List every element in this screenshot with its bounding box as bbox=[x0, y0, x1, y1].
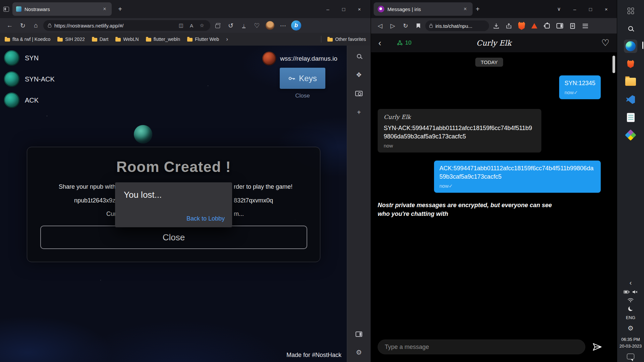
edge-app-button[interactable] bbox=[624, 40, 637, 53]
new-tab-button[interactable]: + bbox=[473, 5, 483, 13]
bookmarks-overflow-icon[interactable]: › bbox=[226, 36, 228, 43]
tab-messages-iris[interactable]: Messages | iris × bbox=[374, 2, 473, 16]
sidebar-screenshot-icon[interactable] bbox=[354, 88, 364, 99]
wifi-icon[interactable] bbox=[628, 298, 634, 302]
widgets-button[interactable] bbox=[624, 4, 637, 17]
vscode-app-button[interactable] bbox=[624, 93, 637, 106]
reading-list-icon[interactable] bbox=[567, 20, 578, 32]
edge-tab-bar: Nostrawars × + – □ × bbox=[0, 0, 371, 18]
message-status-check: ✓ bbox=[449, 183, 453, 189]
day-separator: TODAY bbox=[475, 58, 503, 67]
search-icon bbox=[628, 26, 633, 31]
share-icon[interactable] bbox=[503, 20, 515, 32]
bing-copilot-icon[interactable]: b bbox=[290, 20, 302, 31]
bookmark-item[interactable]: SIH 2022 bbox=[57, 37, 85, 42]
extensions-puzzle-icon[interactable] bbox=[541, 20, 553, 32]
key-icon bbox=[288, 76, 296, 81]
relay-peers-indicator[interactable]: 10 bbox=[397, 40, 412, 46]
close-window-button[interactable]: × bbox=[598, 2, 614, 16]
sidebar-search-icon[interactable] bbox=[354, 51, 364, 61]
search-button[interactable] bbox=[624, 22, 637, 35]
address-bar[interactable]: https://nostrawars.netlify.app/#/ ◫ A ☆ bbox=[43, 20, 210, 31]
refresh-button[interactable]: ↻ bbox=[400, 20, 411, 32]
refresh-button[interactable]: ↻ bbox=[17, 20, 29, 31]
hamburger-glyph bbox=[583, 24, 588, 28]
address-bar[interactable]: iris.to/chat/npu... bbox=[425, 20, 489, 31]
read-aloud-icon[interactable]: A bbox=[188, 23, 195, 28]
sidebar-panel-icon[interactable] bbox=[354, 329, 364, 339]
tab-nostrawars[interactable]: Nostrawars × bbox=[12, 2, 112, 16]
tab-close-icon[interactable]: × bbox=[462, 6, 469, 12]
forward-button[interactable]: ▷ bbox=[387, 20, 398, 32]
settings-more-icon[interactable]: ⋯ bbox=[277, 20, 289, 31]
minimize-button[interactable]: – bbox=[320, 2, 336, 16]
message-row: Curly Elk SYN-ACK:5994471abb01112afcc181… bbox=[378, 109, 601, 153]
bookmark-item[interactable]: flta & rwf | Koedco bbox=[5, 37, 50, 42]
share-glyph bbox=[506, 23, 512, 29]
notepad-app-button[interactable] bbox=[624, 111, 637, 124]
diamond-app-button[interactable] bbox=[624, 128, 637, 142]
collections-icon[interactable] bbox=[212, 20, 223, 31]
bookmark-icon[interactable] bbox=[413, 20, 424, 32]
active-app-indicator bbox=[642, 42, 643, 49]
sidebar-toggle-icon[interactable] bbox=[554, 20, 566, 32]
split-screen-icon[interactable]: ◫ bbox=[177, 22, 185, 28]
favorite-star-icon[interactable]: ☆ bbox=[198, 22, 206, 28]
url-text[interactable]: iris.to/chat/npu... bbox=[435, 23, 485, 29]
notification-center-icon[interactable] bbox=[627, 354, 634, 359]
maximize-button[interactable]: □ bbox=[336, 2, 352, 16]
battery-volume-tray[interactable] bbox=[624, 290, 638, 294]
profile-avatar[interactable] bbox=[264, 20, 276, 31]
brave-app-button[interactable] bbox=[624, 57, 637, 71]
maximize-button[interactable]: □ bbox=[583, 2, 598, 16]
url-text[interactable]: https://nostrawars.netlify.app/#/ bbox=[54, 23, 174, 28]
synack-orb-icon bbox=[4, 71, 19, 87]
other-favorites[interactable]: Other favorites bbox=[321, 36, 366, 43]
bookmark-item[interactable]: flutter_webln bbox=[146, 37, 180, 42]
tab-close-icon[interactable]: × bbox=[101, 6, 108, 12]
keys-close-link[interactable]: Close bbox=[280, 93, 325, 99]
sidebar-discover-icon[interactable]: ❖ bbox=[354, 70, 364, 80]
diamond-app-icon bbox=[625, 129, 636, 141]
sidebar-settings-icon[interactable]: ⚙ bbox=[354, 347, 364, 357]
vscode-icon bbox=[626, 95, 635, 104]
bookmark-item[interactable]: Flutter Web bbox=[187, 37, 219, 42]
send-icon[interactable] bbox=[592, 342, 602, 352]
tab-actions-icon[interactable] bbox=[3, 7, 9, 12]
hidden-icons-chevron[interactable]: ‹ bbox=[630, 279, 632, 286]
chat-back-button[interactable]: ‹ bbox=[378, 39, 381, 47]
message-input[interactable] bbox=[378, 340, 585, 354]
back-to-lobby-link[interactable]: Back to Lobby bbox=[186, 215, 225, 222]
clock[interactable]: 06:35 PM 20-03-2023 bbox=[620, 336, 642, 350]
keys-button[interactable]: Keys bbox=[280, 68, 325, 89]
relay-orb-icon bbox=[262, 52, 276, 65]
bookmark-item[interactable]: WebLN bbox=[115, 37, 139, 42]
download-icon[interactable] bbox=[490, 20, 502, 32]
tab-search-icon[interactable]: ∨ bbox=[551, 2, 567, 16]
scrollbar-thumb[interactable] bbox=[612, 56, 615, 73]
back-button[interactable]: ← bbox=[4, 20, 15, 31]
sidebar-add-icon[interactable]: + bbox=[354, 107, 364, 117]
downloads-icon[interactable]: ↓ bbox=[238, 20, 250, 31]
menu-icon[interactable] bbox=[580, 20, 591, 32]
chat-scrollbar[interactable] bbox=[612, 54, 616, 356]
keys-button-label: Keys bbox=[299, 74, 317, 83]
room-modal-close-button[interactable]: Close bbox=[40, 226, 307, 249]
brave-browser-window: Messages | iris × + ∨ – □ × ◁ ▷ ↻ iris.t… bbox=[371, 0, 617, 362]
heart-icon[interactable]: ♡ bbox=[601, 39, 609, 48]
brave-shield-icon[interactable] bbox=[516, 20, 527, 32]
bookmark-item[interactable]: Dart bbox=[92, 37, 108, 42]
settings-gear-icon[interactable]: ⚙ bbox=[628, 324, 634, 332]
minimize-button[interactable]: – bbox=[567, 2, 583, 16]
history-icon[interactable]: ↺ bbox=[225, 20, 236, 31]
home-button[interactable]: ⌂ bbox=[30, 20, 42, 31]
brave-rewards-icon[interactable] bbox=[529, 20, 540, 32]
close-window-button[interactable]: × bbox=[352, 2, 367, 16]
tray-utility-icon[interactable] bbox=[628, 306, 633, 311]
file-explorer-button[interactable] bbox=[624, 75, 637, 88]
new-tab-button[interactable]: + bbox=[115, 5, 125, 13]
browser-essentials-icon[interactable]: ♡ bbox=[251, 20, 263, 31]
back-button[interactable]: ◁ bbox=[374, 20, 386, 32]
language-indicator[interactable]: ENG bbox=[626, 315, 635, 320]
search-icon bbox=[357, 54, 361, 58]
